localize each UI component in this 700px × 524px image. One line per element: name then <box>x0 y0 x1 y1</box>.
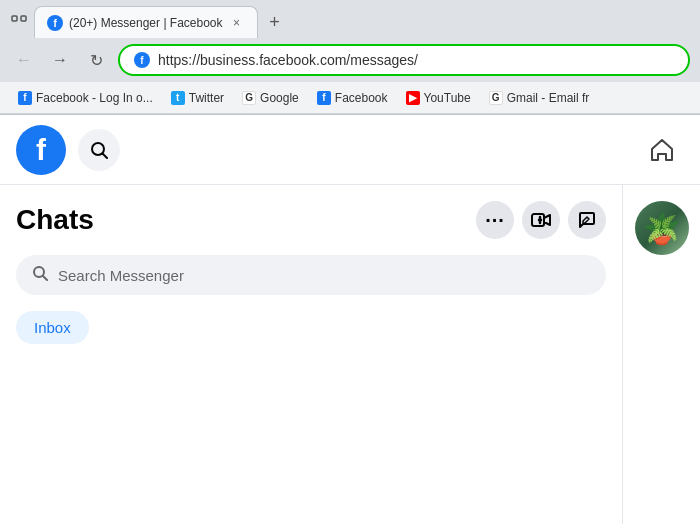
search-button[interactable] <box>78 129 120 171</box>
address-favicon: f <box>134 52 150 68</box>
tab-close-button[interactable]: × <box>229 15 245 31</box>
address-bar-row: ← → ↻ f https://business.facebook.com/me… <box>0 38 700 82</box>
tab-favicon: f <box>47 15 63 31</box>
browser-chrome: f (20+) Messenger | Facebook × + ← → ↻ f… <box>0 0 700 115</box>
compose-button[interactable] <box>568 201 606 239</box>
top-nav: f <box>0 115 700 185</box>
bookmark-label: Google <box>260 91 299 105</box>
inbox-label: Inbox <box>34 319 71 336</box>
more-options-button[interactable]: ··· <box>476 201 514 239</box>
bookmark-favicon: f <box>317 91 331 105</box>
bookmark-label: Facebook - Log In o... <box>36 91 153 105</box>
chats-header: Chats ··· <box>16 201 606 239</box>
bookmark-label: Facebook <box>335 91 388 105</box>
search-icon <box>32 265 48 285</box>
bookmark-item[interactable]: tTwitter <box>163 88 232 108</box>
bookmark-favicon: G <box>242 91 256 105</box>
reload-button[interactable]: ↻ <box>82 46 110 74</box>
active-tab[interactable]: f (20+) Messenger | Facebook × <box>34 6 258 38</box>
bookmark-label: Gmail - Email fr <box>507 91 590 105</box>
search-placeholder-text: Search Messenger <box>58 267 184 284</box>
avatar: 🪴 <box>635 201 689 255</box>
home-button[interactable] <box>640 128 684 172</box>
left-panel: Chats ··· <box>0 185 622 524</box>
search-bar[interactable]: Search Messenger <box>16 255 606 295</box>
bookmark-item[interactable]: fFacebook - Log In o... <box>10 88 161 108</box>
address-bar[interactable]: f https://business.facebook.com/messages… <box>118 44 690 76</box>
facebook-logo: f <box>16 125 66 175</box>
tab-title: (20+) Messenger | Facebook <box>69 16 223 30</box>
svg-rect-0 <box>12 16 17 21</box>
bookmark-item[interactable]: GGoogle <box>234 88 307 108</box>
back-button[interactable]: ← <box>10 46 38 74</box>
new-video-call-button[interactable] <box>522 201 560 239</box>
svg-line-8 <box>43 276 47 280</box>
inbox-tab[interactable]: Inbox <box>16 311 89 344</box>
bookmarks-bar: fFacebook - Log In o...tTwitterGGooglefF… <box>0 82 700 114</box>
chats-title: Chats <box>16 204 468 236</box>
bookmark-favicon: ▶ <box>406 91 420 105</box>
bookmark-item[interactable]: fFacebook <box>309 88 396 108</box>
bookmark-favicon: G <box>489 91 503 105</box>
forward-button[interactable]: → <box>46 46 74 74</box>
tab-bar: f (20+) Messenger | Facebook × + <box>0 0 700 38</box>
bookmark-item[interactable]: ▶YouTube <box>398 88 479 108</box>
svg-rect-1 <box>21 16 26 21</box>
bookmark-favicon: t <box>171 91 185 105</box>
right-sidebar: 🪴 <box>622 185 700 524</box>
messenger-app: f Chats ··· <box>0 115 700 524</box>
address-url: https://business.facebook.com/messages/ <box>158 52 674 68</box>
browser-menu-icon[interactable] <box>8 11 30 33</box>
bookmark-label: YouTube <box>424 91 471 105</box>
new-tab-button[interactable]: + <box>262 9 288 35</box>
bookmark-label: Twitter <box>189 91 224 105</box>
avatar-image: 🪴 <box>643 211 680 246</box>
bookmark-favicon: f <box>18 91 32 105</box>
bookmark-item[interactable]: GGmail - Email fr <box>481 88 598 108</box>
main-area: Chats ··· <box>0 185 700 524</box>
svg-line-3 <box>103 153 108 158</box>
